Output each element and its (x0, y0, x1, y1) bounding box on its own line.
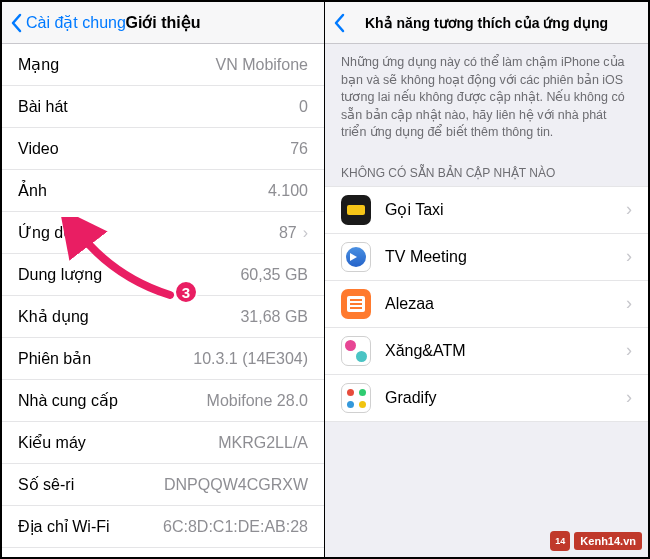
chevron-right-icon: › (626, 340, 632, 361)
about-pane: Cài đặt chung Giới thiệu MạngVN Mobifone… (2, 2, 325, 557)
app-name: Xăng&ATM (385, 342, 626, 360)
compat-description: Những ứng dụng này có thể làm chậm iPhon… (325, 44, 648, 152)
back-button-compat[interactable] (333, 13, 349, 33)
about-row: Phiên bản10.3.1 (14E304) (2, 338, 324, 380)
chevron-right-icon: › (626, 387, 632, 408)
about-row: Kiểu máyMKRG2LL/A (2, 422, 324, 464)
app-row[interactable]: Xăng&ATM› (325, 328, 648, 375)
compat-pane: Khả năng tương thích của ứng dụng Những … (325, 2, 648, 557)
about-row: Số sê-riDNPQQW4CGRXW (2, 464, 324, 506)
chevron-left-icon (333, 13, 345, 33)
row-value: MKRG2LL/A (218, 434, 308, 452)
row-label: Ứng dụng (18, 223, 91, 242)
taxi-icon (341, 195, 371, 225)
row-label: Kiểu máy (18, 433, 86, 452)
about-row: Ảnh4.100 (2, 170, 324, 212)
chevron-right-icon: › (626, 199, 632, 220)
row-label: Địa chỉ Wi-Fi (18, 517, 110, 536)
app-row[interactable]: Gradify› (325, 375, 648, 422)
tv-icon (341, 242, 371, 272)
about-row: MạngVN Mobifone (2, 44, 324, 86)
about-row: Bài hát0 (2, 86, 324, 128)
app-name: TV Meeting (385, 248, 626, 266)
row-label: Mạng (18, 55, 59, 74)
row-label: Video (18, 140, 59, 158)
about-row: Dung lượng60,35 GB (2, 254, 324, 296)
alezaa-icon (341, 289, 371, 319)
back-button-general[interactable]: Cài đặt chung (10, 13, 126, 33)
row-value: 87› (279, 224, 308, 242)
back-label: Cài đặt chung (26, 13, 126, 32)
row-label: Dung lượng (18, 265, 102, 284)
row-value: 0 (299, 98, 308, 116)
section-header: KHÔNG CÓ SẴN BẢN CẬP NHẬT NÀO (325, 152, 648, 186)
chevron-right-icon: › (303, 224, 308, 242)
about-row: Nhà cung cấpMobifone 28.0 (2, 380, 324, 422)
row-value: 31,68 GB (240, 308, 308, 326)
about-row: Địa chỉ Wi-Fi6C:8D:C1:DE:AB:28 (2, 506, 324, 548)
row-label: Số sê-ri (18, 475, 74, 494)
screenshot-container: Cài đặt chung Giới thiệu MạngVN Mobifone… (0, 0, 650, 559)
row-value: 76 (290, 140, 308, 158)
app-name: Gọi Taxi (385, 200, 626, 219)
watermark-text: Kenh14.vn (574, 532, 642, 550)
chevron-right-icon: › (626, 246, 632, 267)
app-name: Alezaa (385, 295, 626, 313)
page-title: Khả năng tương thích của ứng dụng (325, 15, 648, 31)
compat-header: Khả năng tương thích của ứng dụng (325, 2, 648, 44)
watermark: 14 Kenh14.vn (550, 531, 642, 551)
about-header: Cài đặt chung Giới thiệu (2, 2, 324, 44)
xang-icon (341, 336, 371, 366)
app-row[interactable]: Alezaa› (325, 281, 648, 328)
about-row[interactable]: Ứng dụng87› (2, 212, 324, 254)
row-label: Ảnh (18, 181, 47, 200)
about-row: Video76 (2, 128, 324, 170)
chevron-right-icon: › (626, 293, 632, 314)
about-list: MạngVN MobifoneBài hát0Video76Ảnh4.100Ứn… (2, 44, 324, 548)
row-value: VN Mobifone (216, 56, 309, 74)
row-label: Bài hát (18, 98, 68, 116)
app-row[interactable]: TV Meeting› (325, 234, 648, 281)
app-name: Gradify (385, 389, 626, 407)
row-value: 4.100 (268, 182, 308, 200)
row-label: Khả dụng (18, 307, 89, 326)
row-value: 60,35 GB (240, 266, 308, 284)
chevron-left-icon (10, 13, 22, 33)
app-row[interactable]: Gọi Taxi› (325, 186, 648, 234)
row-label: Phiên bản (18, 349, 91, 368)
gradify-icon (341, 383, 371, 413)
row-value: 6C:8D:C1:DE:AB:28 (163, 518, 308, 536)
watermark-badge: 14 (550, 531, 570, 551)
about-row: Khả dụng31,68 GB (2, 296, 324, 338)
app-list: Gọi Taxi›TV Meeting›Alezaa›Xăng&ATM›Grad… (325, 186, 648, 422)
row-value: DNPQQW4CGRXW (164, 476, 308, 494)
row-value: 10.3.1 (14E304) (193, 350, 308, 368)
row-label: Nhà cung cấp (18, 391, 118, 410)
row-value: Mobifone 28.0 (207, 392, 308, 410)
